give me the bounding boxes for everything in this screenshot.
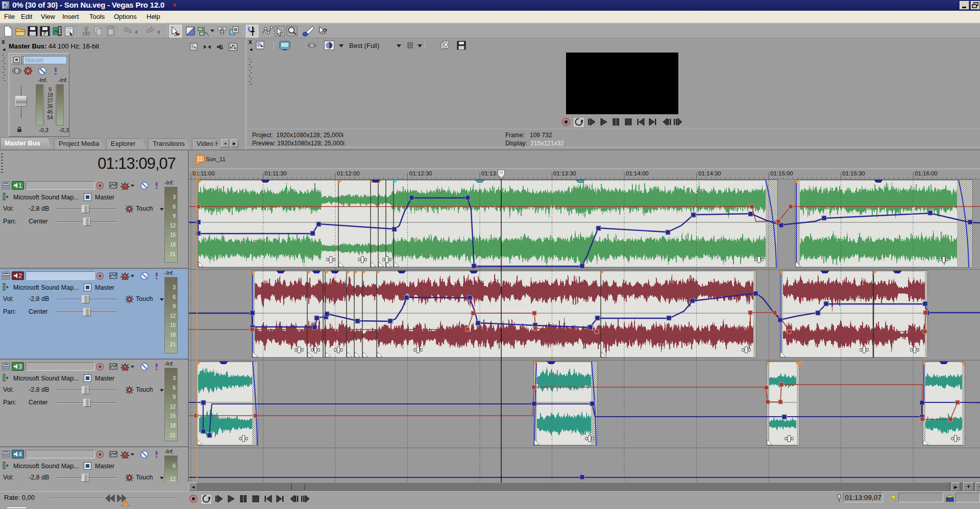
svg-text:?: ?	[43, 31, 46, 36]
svg-text:01:14:30: 01:14:30	[698, 170, 721, 176]
svg-text:01:14:00: 01:14:00	[626, 170, 649, 176]
svg-text:01:12:30: 01:12:30	[409, 170, 432, 176]
svg-text:01:15:30: 01:15:30	[842, 170, 865, 176]
svg-text:01:16:00: 01:16:00	[915, 170, 938, 176]
svg-text:Son_11: Son_11	[206, 156, 226, 162]
svg-text:01:11:30: 01:11:30	[264, 170, 287, 176]
svg-text:Best (Full): Best (Full)	[349, 42, 379, 49]
svg-text:01:11:00: 01:11:00	[192, 170, 215, 176]
svg-text:01:13:30: 01:13:30	[553, 170, 576, 176]
svg-text:?: ?	[323, 27, 327, 35]
svg-text:01:15:00: 01:15:00	[770, 170, 793, 176]
svg-text:11: 11	[197, 156, 203, 162]
svg-text:01:12:00: 01:12:00	[337, 170, 360, 176]
